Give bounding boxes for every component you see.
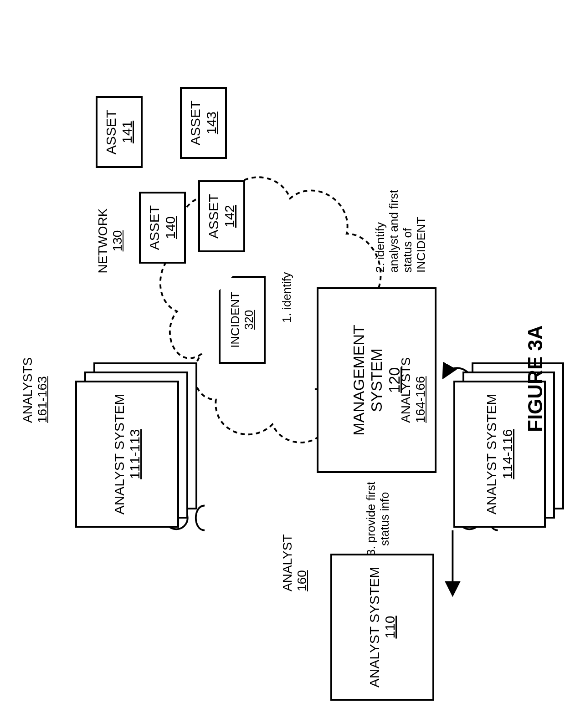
step2d: INCIDENT	[414, 217, 428, 273]
as-top-ref: 111-113	[127, 429, 143, 479]
asset-143: ASSET 143	[180, 87, 227, 159]
asset-142-ref: 142	[222, 205, 238, 228]
analyst-top-text: ANALYSTS	[21, 357, 35, 423]
analyst-system-top: ANALYST SYSTEM 111-113	[75, 381, 179, 528]
step2-label: 2. identify analyst and first status of …	[374, 168, 428, 273]
as-top-label: ANALYST SYSTEM	[112, 394, 128, 515]
analyst-bottom-ref: 164-166	[413, 376, 427, 423]
analyst-single-ref: 160	[295, 570, 309, 591]
figure-caption: FIGURE 3A	[524, 325, 547, 432]
asset-141-label: ASSET	[103, 110, 119, 154]
step2b: analyst and first	[387, 190, 401, 273]
as-bot-label: ANALYST SYSTEM	[484, 394, 500, 515]
mgmt-line1: MANAGEMENT	[350, 325, 368, 436]
step3-label: 3. provide first status info	[365, 465, 392, 556]
step1-label: 1. identify	[280, 259, 294, 323]
analyst-top-ref: 161-163	[35, 376, 49, 423]
network-text: NETWORK	[96, 208, 110, 273]
asset-141: ASSET 141	[96, 96, 143, 168]
figure-caption-text: FIGURE 3A	[524, 325, 546, 432]
incident-ref: 320	[242, 310, 256, 330]
mgmt-line2: SYSTEM	[368, 348, 385, 412]
asset-140-label: ASSET	[147, 205, 163, 250]
network-ref: 130	[110, 230, 124, 252]
asset-142-label: ASSET	[206, 194, 222, 239]
as110-label: ANALYST SYSTEM	[367, 567, 383, 688]
analyst-system-110: ANALYST SYSTEM 110	[330, 554, 434, 701]
step2c: status of	[401, 228, 414, 273]
incident-note: INCIDENT 320	[219, 276, 266, 364]
asset-142: ASSET 142	[198, 180, 245, 252]
asset-140: ASSET 140	[139, 192, 186, 264]
incident-label: INCIDENT	[229, 292, 242, 348]
asset-140-ref: 140	[163, 216, 179, 239]
as110-ref: 110	[382, 616, 398, 638]
step3b: status info	[378, 492, 391, 556]
asset-143-label: ASSET	[188, 101, 204, 145]
asset-141-ref: 141	[119, 121, 135, 143]
analyst-bottom-text: ANALYSTS	[399, 357, 413, 423]
network-label: NETWORK 130	[96, 195, 125, 286]
asset-143-ref: 143	[204, 112, 220, 134]
analyst-single-text: ANALYST	[280, 534, 294, 591]
analyst-top-label: ANALYSTS 161-163	[21, 341, 50, 423]
step3a: 3. provide first	[364, 482, 378, 556]
analyst-bottom-label: ANALYSTS 164-166	[399, 341, 428, 423]
as-bot-ref: 114-116	[500, 429, 516, 479]
analyst-single-label: ANALYST 160	[280, 519, 309, 591]
step2a: 2. identify	[373, 222, 387, 273]
step1-text: 1. identify	[280, 272, 293, 323]
